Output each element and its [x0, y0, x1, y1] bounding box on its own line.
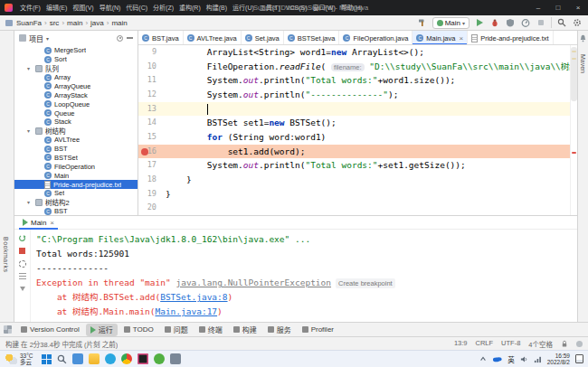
locate-file-icon[interactable]	[117, 35, 123, 42]
taskbar-app-icon[interactable]	[121, 353, 132, 364]
toolwindow-button[interactable]: 终端	[194, 324, 227, 336]
tree-item[interactable]: CSet	[14, 189, 138, 198]
status-item[interactable]: 4个空格	[528, 339, 553, 349]
ime-indicator[interactable]: 英	[507, 354, 515, 364]
coverage-button[interactable]	[505, 17, 516, 28]
status-item[interactable]: UTF-8	[501, 339, 520, 349]
settings-gear-icon[interactable]	[572, 17, 583, 28]
error-mark-icon[interactable]	[572, 152, 576, 154]
tree-item[interactable]: ▾队列	[14, 64, 138, 73]
line-number-gutter[interactable]: 13	[138, 102, 162, 117]
tree-item[interactable]: CBST	[14, 207, 138, 215]
taskbar-search-icon[interactable]	[57, 354, 67, 364]
breadcrumb-item[interactable]: SuanFa	[14, 19, 43, 27]
menu-item[interactable]: 分析(Z)	[150, 0, 176, 15]
weather-widget[interactable]: 33°C 多云	[3, 351, 36, 367]
menu-item[interactable]: 重构(R)	[176, 0, 204, 15]
status-item[interactable]: CRLF	[475, 339, 493, 349]
breadcrumb-item[interactable]: main	[65, 19, 84, 27]
collapse-all-icon[interactable]	[127, 37, 133, 39]
line-number-gutter[interactable]: 19	[138, 187, 162, 202]
taskbar-app-icon[interactable]	[72, 353, 83, 364]
code-editor[interactable]: 9 ArrayList<String> word1=new ArrayList<…	[138, 45, 577, 215]
line-number-gutter[interactable]: 11	[138, 73, 162, 88]
indicator-icon[interactable]	[576, 341, 583, 347]
stop-button[interactable]	[536, 17, 546, 28]
breadcrumb-item[interactable]: src	[48, 19, 62, 27]
profiler-button[interactable]	[520, 17, 531, 28]
console-output[interactable]: "C:\Program Files\Java\jdk1.8.0_162\bin\…	[31, 230, 577, 322]
taskbar-app-icon[interactable]	[105, 353, 116, 364]
tree-item[interactable]: CAVLTree	[14, 136, 138, 145]
toolwindow-button[interactable]: 服务	[263, 324, 296, 336]
console-tab-main[interactable]: Main ×	[19, 216, 58, 230]
toolwindow-switcher-icon[interactable]	[4, 325, 12, 334]
line-number-gutter[interactable]: 16	[138, 145, 162, 159]
line-number-gutter[interactable]: 10	[138, 60, 162, 74]
tree-item[interactable]: CStack	[14, 118, 138, 127]
tree-item[interactable]: CBSTSet	[14, 154, 138, 163]
editor-tab[interactable]: CSet.java	[242, 31, 284, 45]
action-center-icon[interactable]	[575, 354, 583, 363]
editor-tab[interactable]: Pride-and-prejudice.txt	[468, 31, 553, 45]
taskbar-app-icon[interactable]	[138, 353, 148, 364]
console-list-icon[interactable]	[18, 272, 26, 280]
scroll-to-end-icon[interactable]	[18, 285, 26, 293]
editor-tab[interactable]: CFileOperation.java	[339, 31, 413, 45]
tree-item[interactable]: CFileOperation	[14, 162, 138, 171]
build-status-message[interactable]: 构建 在 2分38.4秒 中完成 (片刻 之前)	[5, 339, 118, 349]
tree-item[interactable]: ▾树结构	[14, 127, 138, 136]
breadcrumb-item[interactable]: main	[109, 19, 128, 27]
line-number-gutter[interactable]: 20	[138, 201, 162, 215]
editor-scrollbar[interactable]	[571, 47, 577, 101]
breakpoint-icon[interactable]	[141, 148, 148, 155]
minimize-button[interactable]: –	[528, 0, 548, 15]
create-breakpoint-link[interactable]: Create breakpoint	[336, 278, 395, 288]
maven-toolwindow-button[interactable]: Maven	[580, 54, 586, 73]
line-number-gutter[interactable]: 12	[138, 88, 162, 102]
start-button[interactable]	[42, 354, 52, 364]
network-icon[interactable]	[534, 355, 542, 363]
build-hammer-icon[interactable]	[417, 17, 428, 28]
menu-item[interactable]: 文件(F)	[17, 0, 43, 15]
line-number-gutter[interactable]: 18	[138, 173, 162, 187]
chevron-down-icon[interactable]: ▾	[27, 127, 33, 134]
close-button[interactable]: ×	[568, 0, 588, 15]
menu-item[interactable]: 代码(C)	[123, 0, 150, 15]
editor-tab[interactable]: CAVLTree.java	[184, 31, 242, 45]
menu-item[interactable]: 导航(N)	[97, 0, 124, 15]
tree-item[interactable]: ▾树结构2	[14, 198, 138, 207]
tree-item[interactable]: CArrayStack	[14, 90, 138, 99]
menu-item[interactable]: 视图(V)	[70, 0, 96, 15]
editor-tab[interactable]: CBST.java	[138, 31, 184, 45]
clock-widget[interactable]: 16:59 2022/8/2	[547, 353, 570, 366]
lock-icon[interactable]	[561, 340, 568, 348]
line-number-gutter[interactable]: 17	[138, 158, 162, 173]
stacktrace-link[interactable]: java.lang.NullPointerException	[175, 278, 331, 287]
notifications-bell-icon[interactable]	[579, 34, 587, 42]
line-number-gutter[interactable]: 15	[138, 130, 162, 145]
tree-item[interactable]: CMergeSort	[14, 46, 138, 55]
tree-item[interactable]: CQueue	[14, 108, 138, 118]
toolwindow-button[interactable]: Version Control	[16, 325, 84, 335]
tree-item[interactable]: CArrayQueue	[14, 82, 138, 91]
volume-icon[interactable]	[520, 355, 528, 363]
onedrive-cloud-icon[interactable]	[492, 355, 502, 362]
hidden-icons-chevron[interactable]	[479, 355, 487, 362]
debug-button[interactable]	[489, 17, 500, 28]
taskbar-app-icon[interactable]	[154, 353, 165, 364]
console-settings-icon[interactable]	[18, 259, 26, 268]
taskbar-app-icon[interactable]	[170, 353, 181, 364]
tree-item[interactable]: CLoopQueue	[14, 99, 138, 108]
tree-item[interactable]: CMain	[14, 171, 138, 180]
menu-item[interactable]: 编辑(E)	[43, 0, 70, 15]
rerun-icon[interactable]	[18, 234, 26, 242]
toolwindow-button[interactable]: TODO	[119, 325, 158, 335]
line-number-gutter[interactable]: 14	[138, 116, 162, 130]
tree-item[interactable]: CBST	[14, 145, 138, 154]
breadcrumb-item[interactable]: java	[89, 19, 106, 27]
run-button[interactable]	[474, 17, 485, 28]
tree-item[interactable]: Pride-and-prejudice.txt	[14, 180, 138, 189]
bookmarks-toolwindow-button[interactable]: Bookmarks	[3, 237, 9, 273]
close-tab-icon[interactable]: ×	[459, 34, 463, 42]
